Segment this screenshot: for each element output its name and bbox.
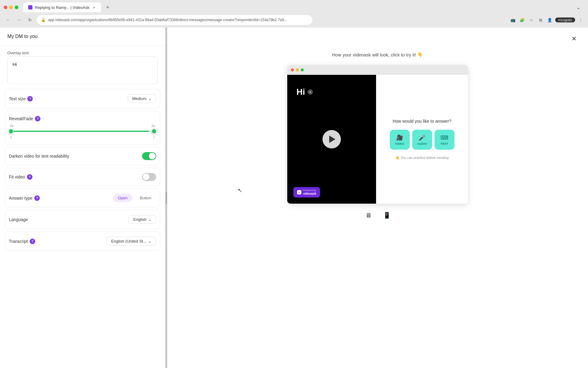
overlay-close-icon[interactable]: × [307, 89, 313, 95]
extension-icon[interactable]: 🧩 [518, 16, 526, 24]
slider-thumb-left[interactable] [8, 128, 14, 134]
text-size-label: Text size [9, 96, 25, 101]
darken-video-row: Darken video for text readability [5, 147, 160, 165]
overlay-text-input[interactable]: Hi [7, 56, 158, 84]
darken-label: Darken video for text readability [9, 154, 69, 159]
minimize-window-btn[interactable] [9, 6, 13, 9]
reveal-fade-row: Reveal/Fade ? 0s 2s 0 2 [5, 111, 160, 144]
expand-btn[interactable]: ⌄ [576, 4, 584, 11]
answer-type-buttons: Open Button [113, 194, 156, 202]
slider-thumb-right[interactable] [151, 128, 157, 134]
profile-icon[interactable]: 👤 [546, 16, 553, 24]
answer-open-btn[interactable]: Open [113, 194, 133, 202]
video-overlay-text: Hi × [296, 87, 313, 97]
tab-close-btn[interactable]: ✕ [92, 5, 96, 10]
bookmark2-icon[interactable]: ⊞ [537, 16, 544, 24]
fit-video-row: Fit video ? [5, 168, 160, 186]
new-tab-btn[interactable]: + [104, 3, 112, 12]
reveal-fade-help-icon[interactable]: ? [35, 116, 40, 121]
language-dropdown[interactable]: English ⌄ [129, 215, 156, 224]
slider-time-labels: 0s 2s [9, 124, 156, 128]
reveal-fade-label-group: Reveal/Fade ? [9, 116, 40, 121]
maximize-window-btn[interactable] [15, 6, 18, 9]
close-window-btn[interactable] [4, 6, 7, 9]
fit-video-toggle-knob [143, 174, 149, 180]
answer-text-option[interactable]: ⌨ TEXT [435, 130, 454, 150]
preview-titlebar [287, 65, 468, 75]
reveal-fade-header: Reveal/Fade ? [9, 116, 156, 121]
darken-toggle-knob [149, 153, 156, 159]
fit-video-toggle[interactable] [142, 173, 156, 181]
play-button[interactable] [322, 130, 341, 148]
bookmark-icon[interactable]: ☆ [528, 16, 535, 24]
fit-video-help-icon[interactable]: ? [27, 174, 32, 180]
audio-option-label: AUDIO [417, 142, 427, 145]
preview-window: Hi × V Powered by videoask [287, 65, 468, 204]
cast-icon[interactable]: 📺 [509, 16, 517, 24]
forward-btn[interactable]: → [15, 16, 23, 24]
language-label-group: Language [9, 217, 28, 222]
preview-close-light [291, 68, 294, 71]
answer-type-help-icon[interactable]: ? [34, 195, 40, 201]
slider-track-container[interactable] [9, 128, 156, 134]
mobile-view-btn[interactable]: 📱 [381, 210, 392, 221]
overlay-label: Overlay text: [0, 46, 165, 56]
slider-max-label: 2 [153, 136, 155, 139]
language-label: Language [9, 217, 28, 222]
text-size-label-group: Text size ? [9, 96, 33, 102]
darken-label-group: Darken video for text readability [9, 154, 69, 159]
address-text: app.videoask.com/app/organizations/8b955… [48, 18, 308, 22]
answer-type-label-group: Answer type ? [9, 195, 40, 201]
powered-by-text: Powered by [303, 189, 316, 192]
darken-toggle[interactable] [142, 152, 156, 160]
powered-by-brand: videoask [303, 192, 316, 196]
transcript-row: Transcript ? English (United St... ⌄ [5, 232, 160, 251]
preview-maximize-light [301, 68, 304, 71]
transcript-label: Transcript [9, 239, 28, 244]
video-area[interactable]: Hi × V Powered by videoask [287, 75, 376, 204]
back-btn[interactable]: ← [4, 16, 12, 24]
text-size-dropdown[interactable]: Medium ⌄ [128, 94, 156, 103]
slider-end-label: 2s [151, 124, 155, 128]
text-size-chevron: ⌄ [148, 96, 152, 101]
tab-bar: Replying to Ramy... | VideoAsk ✕ + ⌄ [0, 0, 588, 12]
answer-audio-option[interactable]: 🎤 AUDIO [412, 130, 432, 150]
close-btn[interactable]: ✕ [569, 34, 579, 44]
transcript-help-icon[interactable]: ? [30, 239, 35, 244]
answer-video-option[interactable]: 🎥 VIDEO [390, 130, 410, 150]
text-option-icon: ⌨ [440, 134, 448, 141]
slider-min-label: 0 [10, 136, 12, 139]
refresh-btn[interactable]: ↻ [26, 16, 34, 24]
preview-minimize-light [296, 68, 299, 71]
language-value: English [133, 217, 146, 222]
address-bar[interactable]: 🔒 app.videoask.com/app/organizations/8b9… [37, 15, 312, 25]
transcript-label-group: Transcript ? [9, 239, 35, 244]
nav-bar: ← → ↻ 🔒 app.videoask.com/app/organizatio… [0, 12, 588, 28]
practice-note: 👋 You can practice before sending [395, 156, 449, 160]
transcript-value: English (United St... [111, 239, 146, 243]
slider-track [9, 131, 156, 132]
main-content: My DM to you Overlay text: Hi Text size … [0, 28, 588, 368]
left-panel: My DM to you Overlay text: Hi Text size … [0, 28, 165, 368]
device-switcher: 🖥 📱 [363, 210, 392, 221]
fit-video-label-group: Fit video ? [9, 174, 32, 180]
text-size-help-icon[interactable]: ? [27, 96, 33, 102]
answer-question: How would you like to answer? [393, 119, 451, 124]
incognito-badge: Incognito [555, 17, 575, 22]
transcript-dropdown[interactable]: English (United St... ⌄ [107, 237, 156, 246]
reveal-fade-label: Reveal/Fade [9, 116, 33, 121]
overlay-text-value: Hi [13, 62, 17, 67]
video-option-icon: 🎥 [396, 134, 403, 141]
browser-chrome: Replying to Ramy... | VideoAsk ✕ + ⌄ ← →… [0, 0, 588, 28]
answer-button-btn[interactable]: Button [135, 194, 156, 202]
desktop-view-btn[interactable]: 🖥 [363, 210, 374, 221]
more-menu-icon[interactable]: ⋮ [577, 16, 584, 24]
slider-start-label: 0s [10, 124, 14, 128]
fit-video-label: Fit video [9, 174, 25, 179]
traffic-lights [4, 6, 18, 9]
videoask-logo-icon: V [297, 190, 301, 194]
answer-type-label: Answer type [9, 196, 32, 201]
text-size-value: Medium [132, 96, 146, 101]
language-chevron: ⌄ [148, 217, 152, 222]
active-tab[interactable]: Replying to Ramy... | VideoAsk ✕ [23, 2, 101, 12]
